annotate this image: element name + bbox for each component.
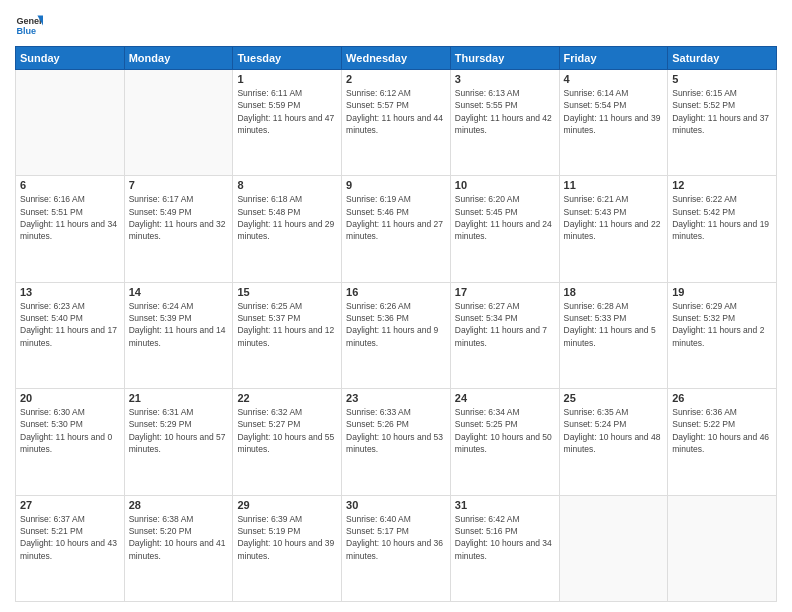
day-number: 4 <box>564 73 664 85</box>
day-number: 21 <box>129 392 229 404</box>
calendar-cell: 31Sunrise: 6:42 AM Sunset: 5:16 PM Dayli… <box>450 495 559 601</box>
calendar-cell: 28Sunrise: 6:38 AM Sunset: 5:20 PM Dayli… <box>124 495 233 601</box>
calendar-week-3: 20Sunrise: 6:30 AM Sunset: 5:30 PM Dayli… <box>16 389 777 495</box>
day-info: Sunrise: 6:12 AM Sunset: 5:57 PM Dayligh… <box>346 87 446 136</box>
day-info: Sunrise: 6:42 AM Sunset: 5:16 PM Dayligh… <box>455 513 555 562</box>
day-number: 27 <box>20 499 120 511</box>
day-info: Sunrise: 6:28 AM Sunset: 5:33 PM Dayligh… <box>564 300 664 349</box>
day-info: Sunrise: 6:13 AM Sunset: 5:55 PM Dayligh… <box>455 87 555 136</box>
calendar-cell: 26Sunrise: 6:36 AM Sunset: 5:22 PM Dayli… <box>668 389 777 495</box>
day-number: 18 <box>564 286 664 298</box>
calendar-cell: 5Sunrise: 6:15 AM Sunset: 5:52 PM Daylig… <box>668 70 777 176</box>
calendar-cell <box>124 70 233 176</box>
day-info: Sunrise: 6:14 AM Sunset: 5:54 PM Dayligh… <box>564 87 664 136</box>
calendar-cell: 8Sunrise: 6:18 AM Sunset: 5:48 PM Daylig… <box>233 176 342 282</box>
day-number: 9 <box>346 179 446 191</box>
calendar-cell: 11Sunrise: 6:21 AM Sunset: 5:43 PM Dayli… <box>559 176 668 282</box>
day-info: Sunrise: 6:29 AM Sunset: 5:32 PM Dayligh… <box>672 300 772 349</box>
calendar-header-saturday: Saturday <box>668 47 777 70</box>
calendar-cell: 12Sunrise: 6:22 AM Sunset: 5:42 PM Dayli… <box>668 176 777 282</box>
calendar-week-1: 6Sunrise: 6:16 AM Sunset: 5:51 PM Daylig… <box>16 176 777 282</box>
day-info: Sunrise: 6:34 AM Sunset: 5:25 PM Dayligh… <box>455 406 555 455</box>
day-number: 13 <box>20 286 120 298</box>
day-info: Sunrise: 6:39 AM Sunset: 5:19 PM Dayligh… <box>237 513 337 562</box>
calendar-header-thursday: Thursday <box>450 47 559 70</box>
day-number: 12 <box>672 179 772 191</box>
calendar-cell: 3Sunrise: 6:13 AM Sunset: 5:55 PM Daylig… <box>450 70 559 176</box>
day-number: 16 <box>346 286 446 298</box>
day-info: Sunrise: 6:21 AM Sunset: 5:43 PM Dayligh… <box>564 193 664 242</box>
day-info: Sunrise: 6:11 AM Sunset: 5:59 PM Dayligh… <box>237 87 337 136</box>
day-number: 26 <box>672 392 772 404</box>
day-number: 29 <box>237 499 337 511</box>
logo-icon: General Blue <box>15 10 43 38</box>
day-number: 28 <box>129 499 229 511</box>
day-info: Sunrise: 6:23 AM Sunset: 5:40 PM Dayligh… <box>20 300 120 349</box>
day-number: 2 <box>346 73 446 85</box>
day-info: Sunrise: 6:36 AM Sunset: 5:22 PM Dayligh… <box>672 406 772 455</box>
calendar-cell: 18Sunrise: 6:28 AM Sunset: 5:33 PM Dayli… <box>559 282 668 388</box>
calendar-cell: 27Sunrise: 6:37 AM Sunset: 5:21 PM Dayli… <box>16 495 125 601</box>
calendar-cell: 13Sunrise: 6:23 AM Sunset: 5:40 PM Dayli… <box>16 282 125 388</box>
day-number: 7 <box>129 179 229 191</box>
calendar-cell: 20Sunrise: 6:30 AM Sunset: 5:30 PM Dayli… <box>16 389 125 495</box>
calendar-cell: 7Sunrise: 6:17 AM Sunset: 5:49 PM Daylig… <box>124 176 233 282</box>
day-number: 25 <box>564 392 664 404</box>
day-number: 6 <box>20 179 120 191</box>
day-info: Sunrise: 6:27 AM Sunset: 5:34 PM Dayligh… <box>455 300 555 349</box>
day-info: Sunrise: 6:15 AM Sunset: 5:52 PM Dayligh… <box>672 87 772 136</box>
calendar-cell: 29Sunrise: 6:39 AM Sunset: 5:19 PM Dayli… <box>233 495 342 601</box>
day-info: Sunrise: 6:26 AM Sunset: 5:36 PM Dayligh… <box>346 300 446 349</box>
calendar-cell: 30Sunrise: 6:40 AM Sunset: 5:17 PM Dayli… <box>342 495 451 601</box>
day-number: 31 <box>455 499 555 511</box>
logo: General Blue <box>15 10 47 38</box>
day-info: Sunrise: 6:17 AM Sunset: 5:49 PM Dayligh… <box>129 193 229 242</box>
day-info: Sunrise: 6:19 AM Sunset: 5:46 PM Dayligh… <box>346 193 446 242</box>
day-number: 20 <box>20 392 120 404</box>
svg-text:Blue: Blue <box>16 26 36 36</box>
day-number: 10 <box>455 179 555 191</box>
day-info: Sunrise: 6:22 AM Sunset: 5:42 PM Dayligh… <box>672 193 772 242</box>
calendar-cell <box>559 495 668 601</box>
day-number: 19 <box>672 286 772 298</box>
calendar-week-2: 13Sunrise: 6:23 AM Sunset: 5:40 PM Dayli… <box>16 282 777 388</box>
calendar-cell: 23Sunrise: 6:33 AM Sunset: 5:26 PM Dayli… <box>342 389 451 495</box>
calendar-cell: 2Sunrise: 6:12 AM Sunset: 5:57 PM Daylig… <box>342 70 451 176</box>
day-number: 23 <box>346 392 446 404</box>
day-number: 14 <box>129 286 229 298</box>
day-info: Sunrise: 6:38 AM Sunset: 5:20 PM Dayligh… <box>129 513 229 562</box>
day-number: 8 <box>237 179 337 191</box>
calendar-cell: 17Sunrise: 6:27 AM Sunset: 5:34 PM Dayli… <box>450 282 559 388</box>
day-number: 15 <box>237 286 337 298</box>
day-info: Sunrise: 6:24 AM Sunset: 5:39 PM Dayligh… <box>129 300 229 349</box>
day-info: Sunrise: 6:40 AM Sunset: 5:17 PM Dayligh… <box>346 513 446 562</box>
day-info: Sunrise: 6:32 AM Sunset: 5:27 PM Dayligh… <box>237 406 337 455</box>
calendar-cell: 25Sunrise: 6:35 AM Sunset: 5:24 PM Dayli… <box>559 389 668 495</box>
day-number: 30 <box>346 499 446 511</box>
day-info: Sunrise: 6:31 AM Sunset: 5:29 PM Dayligh… <box>129 406 229 455</box>
calendar-header-friday: Friday <box>559 47 668 70</box>
calendar-cell: 9Sunrise: 6:19 AM Sunset: 5:46 PM Daylig… <box>342 176 451 282</box>
calendar-week-0: 1Sunrise: 6:11 AM Sunset: 5:59 PM Daylig… <box>16 70 777 176</box>
calendar-cell: 6Sunrise: 6:16 AM Sunset: 5:51 PM Daylig… <box>16 176 125 282</box>
calendar-cell: 22Sunrise: 6:32 AM Sunset: 5:27 PM Dayli… <box>233 389 342 495</box>
day-info: Sunrise: 6:35 AM Sunset: 5:24 PM Dayligh… <box>564 406 664 455</box>
calendar-cell <box>16 70 125 176</box>
calendar-header-sunday: Sunday <box>16 47 125 70</box>
calendar-cell: 16Sunrise: 6:26 AM Sunset: 5:36 PM Dayli… <box>342 282 451 388</box>
calendar-cell: 14Sunrise: 6:24 AM Sunset: 5:39 PM Dayli… <box>124 282 233 388</box>
page-header: General Blue <box>15 10 777 38</box>
day-info: Sunrise: 6:16 AM Sunset: 5:51 PM Dayligh… <box>20 193 120 242</box>
day-info: Sunrise: 6:30 AM Sunset: 5:30 PM Dayligh… <box>20 406 120 455</box>
day-number: 1 <box>237 73 337 85</box>
calendar-cell: 1Sunrise: 6:11 AM Sunset: 5:59 PM Daylig… <box>233 70 342 176</box>
calendar-cell: 10Sunrise: 6:20 AM Sunset: 5:45 PM Dayli… <box>450 176 559 282</box>
calendar-cell: 15Sunrise: 6:25 AM Sunset: 5:37 PM Dayli… <box>233 282 342 388</box>
calendar-header-tuesday: Tuesday <box>233 47 342 70</box>
day-number: 17 <box>455 286 555 298</box>
day-number: 5 <box>672 73 772 85</box>
day-number: 24 <box>455 392 555 404</box>
calendar-cell: 21Sunrise: 6:31 AM Sunset: 5:29 PM Dayli… <box>124 389 233 495</box>
calendar-header-wednesday: Wednesday <box>342 47 451 70</box>
calendar-cell: 19Sunrise: 6:29 AM Sunset: 5:32 PM Dayli… <box>668 282 777 388</box>
